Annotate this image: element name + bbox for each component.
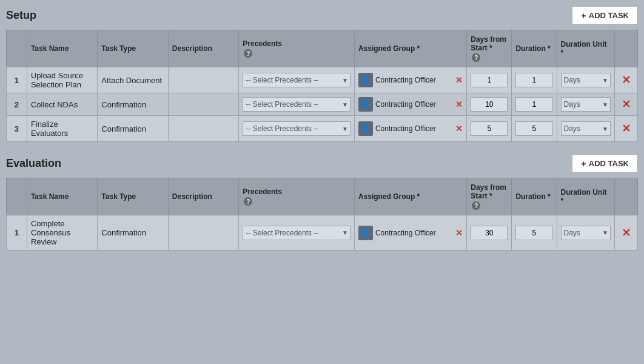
col-description: Description	[168, 178, 238, 215]
precedents-cell[interactable]: -- Select Precedents --▼	[239, 116, 355, 142]
section-header-evaluation: Evaluation+ ADD TASK	[6, 154, 638, 173]
section-setup: Setup+ ADD TASKTask NameTask TypeDescrip…	[6, 6, 638, 142]
delete-row-button[interactable]: ✕	[620, 122, 632, 135]
assigned-group-name: Contracting Officer	[375, 100, 453, 109]
add-task-button-setup[interactable]: + ADD TASK	[572, 6, 638, 25]
table-row: 1Complete Consensus ReviewConfirmation--…	[7, 215, 638, 251]
delete-row-button[interactable]: ✕	[620, 226, 632, 240]
precedents-select[interactable]: -- Select Precedents --	[243, 226, 351, 240]
row-num: 2	[7, 93, 27, 116]
section-title-evaluation: Evaluation	[6, 157, 61, 170]
assigned-group-name: Contracting Officer	[375, 76, 453, 84]
precedents-select[interactable]: -- Select Precedents --	[243, 73, 351, 87]
duration-unit-select[interactable]: DaysWeeksMonths	[561, 121, 611, 136]
days-from-start-cell[interactable]	[467, 93, 512, 116]
days-from-start-input[interactable]	[471, 97, 508, 112]
row-num: 3	[7, 116, 27, 142]
duration-cell[interactable]	[512, 116, 557, 142]
days-from-start-input[interactable]	[471, 121, 508, 136]
remove-assigned-button[interactable]: ✕	[455, 124, 463, 133]
duration-input[interactable]	[515, 226, 552, 240]
description-cell	[168, 67, 238, 93]
task-name-cell: Complete Consensus Review	[27, 215, 97, 251]
plus-icon: +	[581, 10, 586, 21]
col-precedents-help-icon[interactable]: ?	[244, 197, 252, 206]
col-num	[7, 178, 27, 215]
col-delete	[614, 178, 637, 215]
avatar-icon: 👤	[358, 121, 373, 136]
task-type-cell: Confirmation	[98, 93, 168, 116]
col-days-from-start-help-icon[interactable]: ?	[472, 201, 480, 210]
assigned-group-cell: 👤Contracting Officer✕	[354, 116, 466, 142]
duration-input[interactable]	[515, 97, 552, 112]
duration-unit-select[interactable]: DaysWeeksMonths	[561, 226, 611, 240]
delete-row-button[interactable]: ✕	[620, 73, 632, 87]
delete-row-cell[interactable]: ✕	[614, 215, 637, 251]
plus-icon: +	[581, 158, 586, 169]
avatar-icon: 👤	[358, 97, 373, 112]
col-assigned-group: Assigned Group *	[354, 178, 466, 215]
table-row: 2Collect NDAsConfirmation-- Select Prece…	[7, 93, 638, 116]
col-duration-unit: Duration Unit *	[557, 30, 614, 67]
add-task-button-evaluation[interactable]: + ADD TASK	[572, 154, 638, 173]
duration-unit-select[interactable]: DaysWeeksMonths	[561, 73, 611, 87]
duration-cell[interactable]	[512, 67, 557, 93]
remove-assigned-button[interactable]: ✕	[455, 76, 463, 84]
duration-unit-cell[interactable]: DaysWeeksMonths▼	[557, 215, 614, 251]
remove-assigned-button[interactable]: ✕	[455, 100, 463, 109]
col-duration: Duration *	[512, 30, 557, 67]
description-cell	[168, 215, 238, 251]
duration-unit-cell[interactable]: DaysWeeksMonths▼	[557, 116, 614, 142]
task-name-cell: Finalize Evaluators	[27, 116, 97, 142]
task-type-cell: Attach Document	[98, 67, 168, 93]
duration-unit-select[interactable]: DaysWeeksMonths	[561, 97, 611, 112]
days-from-start-input[interactable]	[471, 226, 508, 240]
table-row: 3Finalize EvaluatorsConfirmation-- Selec…	[7, 116, 638, 142]
section-header-setup: Setup+ ADD TASK	[6, 6, 638, 25]
days-from-start-cell[interactable]	[467, 67, 512, 93]
precedents-select[interactable]: -- Select Precedents --	[243, 121, 351, 136]
task-name-cell: Upload Source Selection Plan	[27, 67, 97, 93]
col-precedents: Precedents?	[239, 178, 355, 215]
duration-input[interactable]	[515, 73, 552, 87]
delete-row-cell[interactable]: ✕	[614, 93, 637, 116]
precedents-cell[interactable]: -- Select Precedents --▼	[239, 67, 355, 93]
avatar-icon: 👤	[358, 226, 373, 240]
col-task-name: Task Name	[27, 30, 97, 67]
task-name-cell: Collect NDAs	[27, 93, 97, 116]
description-cell	[168, 116, 238, 142]
delete-row-button[interactable]: ✕	[620, 98, 632, 111]
precedents-cell[interactable]: -- Select Precedents --▼	[239, 215, 355, 251]
duration-input[interactable]	[515, 121, 552, 136]
col-assigned-group: Assigned Group *	[354, 30, 466, 67]
remove-assigned-button[interactable]: ✕	[455, 229, 463, 237]
days-from-start-cell[interactable]	[467, 116, 512, 142]
add-task-label: ADD TASK	[589, 159, 629, 168]
assigned-group-cell: 👤Contracting Officer✕	[354, 67, 466, 93]
col-task-type: Task Type	[98, 178, 168, 215]
delete-row-cell[interactable]: ✕	[614, 67, 637, 93]
col-days-from-start: Days from Start *?	[467, 30, 512, 67]
add-task-label: ADD TASK	[589, 11, 629, 20]
col-delete	[614, 30, 637, 67]
duration-cell[interactable]	[512, 93, 557, 116]
days-from-start-cell[interactable]	[467, 215, 512, 251]
col-days-from-start-help-icon[interactable]: ?	[472, 53, 480, 62]
duration-unit-cell[interactable]: DaysWeeksMonths▼	[557, 67, 614, 93]
col-precedents-help-icon[interactable]: ?	[244, 49, 252, 58]
precedents-select[interactable]: -- Select Precedents --	[243, 97, 351, 112]
avatar-icon: 👤	[358, 73, 373, 87]
task-type-cell: Confirmation	[98, 116, 168, 142]
delete-row-cell[interactable]: ✕	[614, 116, 637, 142]
page-wrapper: Setup+ ADD TASKTask NameTask TypeDescrip…	[0, 0, 644, 269]
assigned-group-cell: 👤Contracting Officer✕	[354, 215, 466, 251]
col-days-from-start: Days from Start *?	[467, 178, 512, 215]
description-cell	[168, 93, 238, 116]
col-task-type: Task Type	[98, 30, 168, 67]
section-evaluation: Evaluation+ ADD TASKTask NameTask TypeDe…	[6, 154, 638, 251]
precedents-cell[interactable]: -- Select Precedents --▼	[239, 93, 355, 116]
duration-cell[interactable]	[512, 215, 557, 251]
col-num	[7, 30, 27, 67]
days-from-start-input[interactable]	[471, 73, 508, 87]
duration-unit-cell[interactable]: DaysWeeksMonths▼	[557, 93, 614, 116]
